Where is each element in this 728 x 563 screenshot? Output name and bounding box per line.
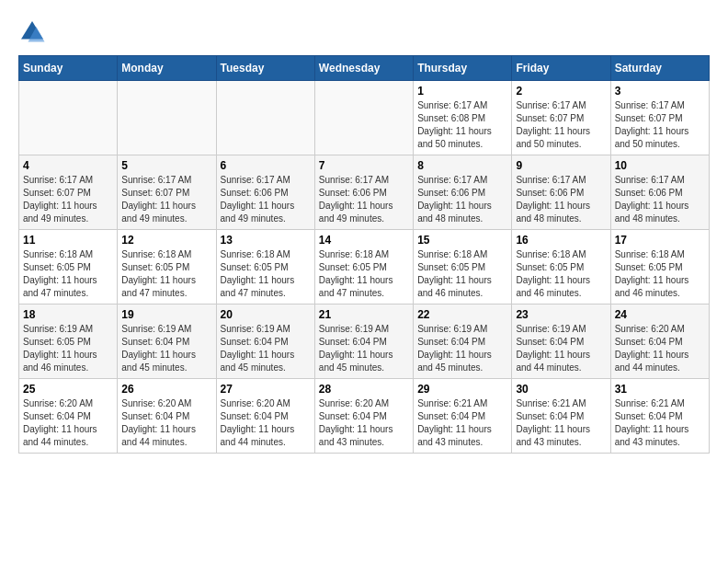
day-cell: 20Sunrise: 6:19 AM Sunset: 6:04 PM Dayli… [216,304,314,379]
day-number: 15 [417,234,507,247]
day-info: Sunrise: 6:19 AM Sunset: 6:04 PM Dayligh… [319,323,409,374]
day-cell: 25Sunrise: 6:20 AM Sunset: 6:04 PM Dayli… [19,379,118,454]
day-number: 26 [121,383,211,396]
day-cell: 27Sunrise: 6:20 AM Sunset: 6:04 PM Dayli… [216,379,314,454]
page-header [18,18,710,46]
day-info: Sunrise: 6:20 AM Sunset: 6:04 PM Dayligh… [319,397,409,449]
week-row-4: 18Sunrise: 6:19 AM Sunset: 6:05 PM Dayli… [19,304,710,379]
day-info: Sunrise: 6:17 AM Sunset: 6:07 PM Dayligh… [516,99,606,151]
day-info: Sunrise: 6:17 AM Sunset: 6:06 PM Dayligh… [615,174,705,225]
day-number: 6 [221,159,311,172]
day-info: Sunrise: 6:17 AM Sunset: 6:06 PM Dayligh… [417,174,507,225]
day-info: Sunrise: 6:19 AM Sunset: 6:04 PM Dayligh… [121,323,211,374]
day-cell: 4Sunrise: 6:17 AM Sunset: 6:07 PM Daylig… [19,155,118,230]
day-number: 25 [23,383,113,396]
day-number: 13 [221,234,311,247]
day-number: 8 [417,159,507,172]
day-number: 24 [615,308,705,321]
day-number: 2 [516,85,606,98]
day-cell: 5Sunrise: 6:17 AM Sunset: 6:07 PM Daylig… [118,155,216,230]
logo-icon [18,18,46,46]
header-cell-tuesday: Tuesday [216,56,314,81]
day-info: Sunrise: 6:19 AM Sunset: 6:04 PM Dayligh… [221,323,311,374]
day-cell: 16Sunrise: 6:18 AM Sunset: 6:05 PM Dayli… [512,230,610,304]
day-info: Sunrise: 6:18 AM Sunset: 6:05 PM Dayligh… [221,248,311,300]
day-cell [118,81,216,155]
header-cell-wednesday: Wednesday [314,56,413,81]
day-cell: 10Sunrise: 6:17 AM Sunset: 6:06 PM Dayli… [610,155,709,230]
header-cell-saturday: Saturday [610,56,709,81]
day-number: 7 [319,159,409,172]
day-cell: 24Sunrise: 6:20 AM Sunset: 6:04 PM Dayli… [610,304,709,379]
day-cell: 22Sunrise: 6:19 AM Sunset: 6:04 PM Dayli… [414,304,512,379]
day-info: Sunrise: 6:18 AM Sunset: 6:05 PM Dayligh… [417,248,507,300]
week-row-2: 4Sunrise: 6:17 AM Sunset: 6:07 PM Daylig… [19,155,710,230]
day-cell: 30Sunrise: 6:21 AM Sunset: 6:04 PM Dayli… [512,379,610,454]
day-number: 28 [319,383,409,396]
day-number: 22 [417,308,507,321]
day-info: Sunrise: 6:20 AM Sunset: 6:04 PM Dayligh… [23,397,113,449]
day-cell: 8Sunrise: 6:17 AM Sunset: 6:06 PM Daylig… [414,155,512,230]
header-cell-monday: Monday [118,56,216,81]
day-info: Sunrise: 6:17 AM Sunset: 6:08 PM Dayligh… [417,99,507,151]
day-number: 3 [615,85,705,98]
calendar-table: SundayMondayTuesdayWednesdayThursdayFrid… [18,55,710,454]
day-info: Sunrise: 6:20 AM Sunset: 6:04 PM Dayligh… [121,397,211,449]
header-cell-friday: Friday [512,56,610,81]
day-number: 1 [417,85,507,98]
day-cell: 2Sunrise: 6:17 AM Sunset: 6:07 PM Daylig… [512,81,610,155]
day-number: 9 [516,159,606,172]
day-info: Sunrise: 6:19 AM Sunset: 6:04 PM Dayligh… [516,323,606,374]
day-info: Sunrise: 6:21 AM Sunset: 6:04 PM Dayligh… [615,397,705,449]
day-cell [19,81,118,155]
day-cell [216,81,314,155]
day-number: 31 [615,383,705,396]
day-info: Sunrise: 6:17 AM Sunset: 6:06 PM Dayligh… [221,174,311,225]
day-info: Sunrise: 6:18 AM Sunset: 6:05 PM Dayligh… [121,248,211,300]
day-number: 12 [121,234,211,247]
day-info: Sunrise: 6:17 AM Sunset: 6:07 PM Dayligh… [615,99,705,151]
day-number: 17 [615,234,705,247]
day-info: Sunrise: 6:21 AM Sunset: 6:04 PM Dayligh… [417,397,507,449]
day-number: 20 [221,308,311,321]
calendar-body: 1Sunrise: 6:17 AM Sunset: 6:08 PM Daylig… [19,81,710,454]
header-cell-thursday: Thursday [414,56,512,81]
day-cell: 15Sunrise: 6:18 AM Sunset: 6:05 PM Dayli… [414,230,512,304]
week-row-5: 25Sunrise: 6:20 AM Sunset: 6:04 PM Dayli… [19,379,710,454]
day-info: Sunrise: 6:18 AM Sunset: 6:05 PM Dayligh… [516,248,606,300]
week-row-1: 1Sunrise: 6:17 AM Sunset: 6:08 PM Daylig… [19,81,710,155]
day-cell: 3Sunrise: 6:17 AM Sunset: 6:07 PM Daylig… [610,81,709,155]
day-number: 27 [221,383,311,396]
calendar-header: SundayMondayTuesdayWednesdayThursdayFrid… [19,56,710,81]
day-info: Sunrise: 6:20 AM Sunset: 6:04 PM Dayligh… [221,397,311,449]
day-number: 11 [23,234,113,247]
day-number: 16 [516,234,606,247]
day-cell: 23Sunrise: 6:19 AM Sunset: 6:04 PM Dayli… [512,304,610,379]
day-cell: 14Sunrise: 6:18 AM Sunset: 6:05 PM Dayli… [314,230,413,304]
day-cell: 9Sunrise: 6:17 AM Sunset: 6:06 PM Daylig… [512,155,610,230]
day-number: 29 [417,383,507,396]
day-info: Sunrise: 6:20 AM Sunset: 6:04 PM Dayligh… [615,323,705,374]
day-cell: 6Sunrise: 6:17 AM Sunset: 6:06 PM Daylig… [216,155,314,230]
day-cell: 19Sunrise: 6:19 AM Sunset: 6:04 PM Dayli… [118,304,216,379]
day-info: Sunrise: 6:18 AM Sunset: 6:05 PM Dayligh… [23,248,113,300]
week-row-3: 11Sunrise: 6:18 AM Sunset: 6:05 PM Dayli… [19,230,710,304]
day-cell [314,81,413,155]
logo [18,18,51,46]
day-cell: 26Sunrise: 6:20 AM Sunset: 6:04 PM Dayli… [118,379,216,454]
day-cell: 12Sunrise: 6:18 AM Sunset: 6:05 PM Dayli… [118,230,216,304]
day-cell: 18Sunrise: 6:19 AM Sunset: 6:05 PM Dayli… [19,304,118,379]
day-info: Sunrise: 6:19 AM Sunset: 6:05 PM Dayligh… [23,323,113,374]
day-cell: 28Sunrise: 6:20 AM Sunset: 6:04 PM Dayli… [314,379,413,454]
header-row: SundayMondayTuesdayWednesdayThursdayFrid… [19,56,710,81]
day-info: Sunrise: 6:19 AM Sunset: 6:04 PM Dayligh… [417,323,507,374]
day-info: Sunrise: 6:18 AM Sunset: 6:05 PM Dayligh… [319,248,409,300]
day-cell: 31Sunrise: 6:21 AM Sunset: 6:04 PM Dayli… [610,379,709,454]
day-number: 19 [121,308,211,321]
day-info: Sunrise: 6:17 AM Sunset: 6:07 PM Dayligh… [121,174,211,225]
day-number: 30 [516,383,606,396]
day-info: Sunrise: 6:17 AM Sunset: 6:06 PM Dayligh… [516,174,606,225]
day-info: Sunrise: 6:17 AM Sunset: 6:07 PM Dayligh… [23,174,113,225]
day-info: Sunrise: 6:17 AM Sunset: 6:06 PM Dayligh… [319,174,409,225]
day-info: Sunrise: 6:21 AM Sunset: 6:04 PM Dayligh… [516,397,606,449]
